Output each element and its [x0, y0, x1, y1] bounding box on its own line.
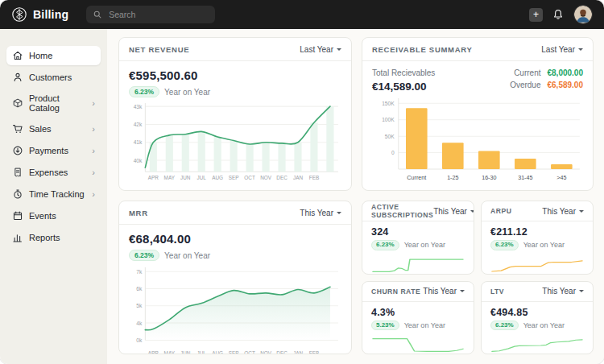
svg-text:FEB: FEB — [309, 176, 319, 181]
topbar: Billing + — [0, 0, 604, 29]
receivable-summary-card: RECEIVABLE SUMMARY Last Year Total Recie… — [362, 37, 594, 191]
churn-rate-period-select[interactable]: This Year — [423, 287, 465, 296]
dashboard: NET REVENUE Last Year €595,500.60 6.23% … — [107, 29, 604, 364]
product-catalog-icon — [12, 97, 23, 109]
current-value: €8,000.00 — [548, 68, 584, 77]
net-revenue-card: NET REVENUE Last Year €595,500.60 6.23% … — [118, 37, 352, 191]
receivable-period-select[interactable]: Last Year — [541, 45, 583, 54]
active-subscriptions-value: 324 — [371, 226, 465, 238]
svg-text:43k: 43k — [134, 104, 143, 110]
svg-text:NOV: NOV — [260, 176, 272, 181]
app-title: Billing — [33, 8, 68, 21]
sidebar-item-label: Reports — [29, 233, 60, 242]
user-avatar[interactable] — [573, 5, 593, 24]
arpu-period-select[interactable]: This Year — [542, 207, 584, 216]
quick-add-button[interactable]: + — [529, 8, 543, 22]
sidebar-item-reports[interactable]: Reports — [6, 228, 101, 247]
payments-icon — [12, 145, 23, 156]
time-tracking-icon — [12, 188, 23, 200]
sidebar-item-sales[interactable]: Sales› — [6, 119, 101, 139]
sidebar-item-time-tracking[interactable]: Time Tracking› — [6, 184, 101, 204]
svg-text:MAY: MAY — [164, 350, 176, 354]
svg-text:5k: 5k — [136, 304, 143, 309]
svg-text:JUL: JUL — [197, 176, 207, 181]
arpu-value: €211.12 — [490, 226, 584, 238]
chevron-right-icon: › — [92, 147, 95, 155]
ltv-period-select[interactable]: This Year — [542, 287, 584, 296]
svg-text:AUG: AUG — [212, 176, 223, 181]
sidebar-item-product-catalog[interactable]: Product Catalog› — [6, 89, 101, 117]
mrr-yoy-caption: Year on Year — [164, 251, 210, 260]
svg-text:6k: 6k — [136, 286, 143, 292]
svg-text:JUL: JUL — [197, 350, 207, 354]
svg-text:SEP: SEP — [229, 350, 239, 354]
mrr-yoy-badge: 6.23% — [129, 250, 159, 261]
notifications-bell-icon[interactable] — [552, 8, 565, 21]
total-receivables-label: Total Recievables — [372, 68, 435, 77]
search-input[interactable] — [107, 9, 209, 20]
sidebar-item-customers[interactable]: Customers — [6, 68, 101, 87]
home-icon — [12, 50, 23, 61]
svg-text:40k: 40k — [134, 158, 143, 163]
svg-text:31-45: 31-45 — [518, 175, 532, 181]
churn-rate-sparkline — [371, 332, 465, 354]
svg-text:>45: >45 — [556, 175, 566, 181]
sidebar-item-expenses[interactable]: Expenses› — [6, 163, 101, 182]
sidebar-item-label: Home — [29, 51, 52, 60]
net-revenue-value: €595,500.60 — [129, 68, 341, 82]
sidebar-item-label: Payments — [29, 146, 68, 155]
svg-text:1-25: 1-25 — [447, 175, 458, 181]
chevron-right-icon: › — [92, 190, 95, 198]
mrr-title: MRR — [129, 209, 148, 217]
net-revenue-period-select[interactable]: Last Year — [300, 45, 341, 54]
arpu-card: ARPU This Year €211.12 6.23% Year on Yea… — [481, 201, 594, 275]
net-revenue-chart: 43k42k41k40kAPRMAYJUNJULAUGSEPOCTNOVDECJ… — [119, 97, 351, 184]
sales-cart-icon — [12, 123, 23, 134]
svg-text:0: 0 — [391, 150, 395, 155]
receivable-title: RECEIVABLE SUMMARY — [372, 45, 473, 54]
sidebar-item-label: Sales — [29, 124, 52, 134]
svg-text:Current: Current — [407, 175, 426, 181]
billing-app-window: Billing + HomeCustomersProduct Catalog›S… — [0, 0, 604, 364]
svg-text:100K: 100K — [382, 117, 395, 122]
svg-text:JAN: JAN — [293, 176, 303, 181]
events-icon — [12, 210, 23, 221]
active-subscriptions-period-select[interactable]: This Year — [433, 207, 474, 216]
net-revenue-title: NET REVENUE — [129, 45, 189, 54]
sidebar-item-label: Time Tracking — [29, 189, 85, 199]
svg-text:DEC: DEC — [276, 176, 288, 181]
receivable-aging-chart: 150K100K50K0Current1-2516-3031-45>45 — [362, 93, 593, 188]
customers-icon — [12, 72, 23, 83]
svg-text:APR: APR — [148, 176, 159, 181]
svg-text:50K: 50K — [385, 134, 395, 139]
svg-text:NOV: NOV — [260, 350, 272, 354]
svg-text:150K: 150K — [382, 101, 395, 106]
expenses-icon — [12, 167, 23, 178]
svg-text:DEC: DEC — [276, 350, 288, 354]
total-receivables-value: €14,589.00 — [372, 81, 435, 93]
svg-text:16-30: 16-30 — [482, 175, 496, 181]
ltv-card: LTV This Year €494.85 6.23% Year on Year — [481, 281, 594, 355]
svg-text:SEP: SEP — [229, 176, 239, 181]
mrr-card: MRR This Year €68,404.00 6.23% Year on Y… — [118, 201, 352, 354]
chevron-right-icon: › — [92, 125, 95, 133]
sidebar-item-home[interactable]: Home — [6, 46, 101, 65]
net-revenue-yoy-badge: 6.23% — [129, 86, 159, 97]
arpu-sparkline — [490, 252, 584, 275]
chevron-down-icon — [579, 290, 584, 292]
search-icon — [93, 10, 102, 19]
chevron-down-icon — [337, 212, 341, 214]
sidebar-item-payments[interactable]: Payments› — [6, 141, 101, 160]
reports-icon — [12, 232, 23, 243]
sidebar-item-events[interactable]: Events — [6, 206, 101, 225]
svg-text:OCT: OCT — [244, 350, 255, 354]
current-label: Current — [514, 68, 540, 77]
app-logo-icon — [11, 6, 27, 23]
svg-text:AUG: AUG — [212, 350, 223, 354]
search-box[interactable] — [86, 6, 215, 23]
topbar-actions: + — [529, 5, 593, 24]
app-logo[interactable]: Billing — [11, 6, 68, 23]
svg-text:0k: 0k — [136, 337, 143, 343]
sidebar-item-label: Events — [29, 211, 56, 221]
mrr-period-select[interactable]: This Year — [300, 209, 341, 217]
